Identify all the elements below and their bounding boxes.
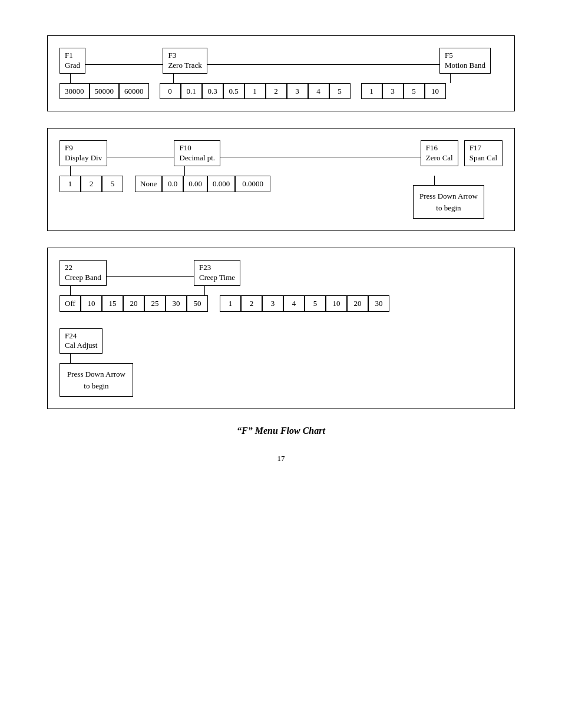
creeptime-block: F23 Creep Time <box>194 260 240 295</box>
f5-label: F5 <box>445 51 453 60</box>
caladjust-block: F24 Cal Adjust Press Down Arrowto begin <box>59 328 503 397</box>
f17-sublabel: Span Cal <box>470 153 497 162</box>
val-dp-000: 0.00 <box>183 176 207 192</box>
creepband-label: 22 <box>65 263 72 272</box>
val-mb-10: 10 <box>425 83 446 100</box>
f16-block: F16 Zero Cal <box>421 140 458 166</box>
val-zt-0: 0 <box>160 83 181 100</box>
f3-block: F3 Zero Track <box>163 48 207 83</box>
press-down-text-sec2: Press Down Arrowto begin <box>419 192 478 212</box>
f1-header: F1 Grad <box>59 48 85 74</box>
val-ct-5: 5 <box>305 295 326 312</box>
section-2: F9 Display Div F10 Decimal pt. <box>47 128 515 231</box>
val-zt-2: 2 <box>266 83 287 100</box>
press-down-arrow-sec2: Press Down Arrowto begin <box>413 176 503 219</box>
caladjust-header: F24 Cal Adjust <box>59 328 103 354</box>
val-dp-00: 0.0 <box>162 176 183 192</box>
val-dp-none: None <box>135 176 162 192</box>
val-dp-00000: 0.0000 <box>235 176 270 192</box>
val-zt-05: 0.5 <box>223 83 244 100</box>
creepband-header: 22 Creep Band <box>59 260 107 286</box>
creeptime-label: F23 <box>199 263 211 272</box>
val-50000: 50000 <box>90 83 120 100</box>
caladjust-label: F24 <box>65 331 77 340</box>
val-dd-5: 5 <box>102 176 123 192</box>
creepband-block: 22 Creep Band <box>59 260 107 295</box>
page-title: “F” Menu Flow Chart <box>47 426 515 436</box>
val-zt-03: 0.3 <box>202 83 223 100</box>
val-zt-01: 0.1 <box>181 83 202 100</box>
creeptime-header: F23 Creep Time <box>194 260 240 286</box>
val-ct-4: 4 <box>283 295 305 312</box>
f5-sublabel: Motion Band <box>445 61 485 70</box>
val-cb-15: 15 <box>102 295 123 312</box>
f3-header: F3 Zero Track <box>163 48 207 74</box>
f16-label: F16 <box>426 143 438 152</box>
val-ct-10: 10 <box>326 295 347 312</box>
val-ct-3: 3 <box>262 295 283 312</box>
val-ct-30: 30 <box>368 295 389 312</box>
press-down-text-sec3: Press Down Arrowto begin <box>67 370 125 390</box>
val-zt-4: 4 <box>308 83 329 100</box>
f17-header: F17 Span Cal <box>464 140 503 166</box>
press-down-box-sec3: Press Down Arrowto begin <box>59 363 133 397</box>
f17-label: F17 <box>470 143 481 152</box>
val-cb-30: 30 <box>166 295 187 312</box>
caladjust-sublabel: Cal Adjust <box>65 341 97 350</box>
val-cb-50: 50 <box>187 295 208 312</box>
f5-header: F5 Motion Band <box>439 48 491 74</box>
page-num-text: 17 <box>277 454 285 463</box>
val-ct-1: 1 <box>220 295 241 312</box>
f3-sublabel: Zero Track <box>168 61 201 70</box>
creeptime-sublabel: Creep Time <box>199 273 235 282</box>
val-zt-3: 3 <box>287 83 308 100</box>
title-text: “F” Menu Flow Chart <box>237 426 325 436</box>
section-1: F1 Grad F3 Zero Track <box>47 35 515 111</box>
f16-sublabel: Zero Cal <box>426 153 453 162</box>
f9-block: F9 Display Div <box>59 140 107 176</box>
val-dp-0000: 0.000 <box>207 176 235 192</box>
val-zt-5: 5 <box>329 83 351 100</box>
f1-sublabel: Grad <box>65 61 80 70</box>
f9-sublabel: Display Div <box>65 153 102 162</box>
f9-label: F9 <box>65 143 73 152</box>
val-mb-3: 3 <box>382 83 404 100</box>
val-zt-1: 1 <box>244 83 266 100</box>
val-cb-20: 20 <box>123 295 144 312</box>
val-ct-2: 2 <box>241 295 262 312</box>
f3-label: F3 <box>168 51 176 60</box>
f9-header: F9 Display Div <box>59 140 107 166</box>
values-row-2: 1 2 5 None 0.0 0.00 0.000 0.0000 <box>59 176 503 219</box>
page: F1 Grad F3 Zero Track <box>0 0 562 499</box>
f10-sublabel: Decimal pt. <box>179 153 215 162</box>
f10-block: F10 Decimal pt. <box>174 140 220 176</box>
val-60000: 60000 <box>119 83 149 100</box>
val-mb-1: 1 <box>361 83 382 100</box>
val-ct-20: 20 <box>347 295 368 312</box>
val-cb-off: Off <box>59 295 81 312</box>
val-dd-2: 2 <box>81 176 102 192</box>
page-number: 17 <box>47 454 515 463</box>
values-row-1: 30000 50000 60000 0 0.1 0.3 0.5 1 2 3 4 … <box>59 83 503 100</box>
press-down-box-sec2: Press Down Arrowto begin <box>413 185 484 219</box>
f5-block: F5 Motion Band <box>439 48 491 83</box>
f17-block: F17 Span Cal <box>464 140 503 166</box>
f1-label: F1 <box>65 51 73 60</box>
section-3: 22 Creep Band F23 Creep Time <box>47 248 515 409</box>
f1-block: F1 Grad <box>59 48 85 83</box>
val-cb-25: 25 <box>144 295 166 312</box>
f10-label: F10 <box>179 143 191 152</box>
val-cb-10: 10 <box>81 295 102 312</box>
val-30000: 30000 <box>59 83 90 100</box>
values-row-3: Off 10 15 20 25 30 50 1 2 3 4 5 10 20 30 <box>59 295 503 312</box>
val-dd-1: 1 <box>59 176 81 192</box>
f10-header: F10 Decimal pt. <box>174 140 220 166</box>
creepband-sublabel: Creep Band <box>65 273 101 282</box>
f16-header: F16 Zero Cal <box>421 140 458 166</box>
val-mb-5: 5 <box>404 83 425 100</box>
